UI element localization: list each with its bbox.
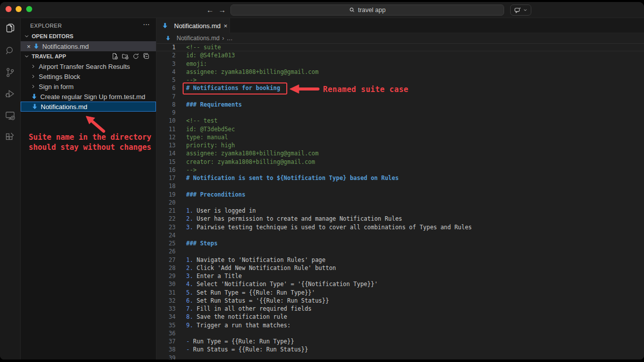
activity-explorer[interactable] [0, 18, 21, 40]
code-line[interactable]: 1<!-- suite [156, 43, 644, 51]
new-file-icon[interactable] [111, 53, 118, 60]
code-line[interactable]: 348. Save the notification rule [156, 313, 644, 321]
code-line[interactable]: 4assignee: zyamka1808+billing@gmail.com [156, 68, 644, 76]
tree-item-settings-block[interactable]: Settings Block [21, 71, 156, 81]
traffic-light-close[interactable] [6, 6, 12, 12]
code-line[interactable]: 14assignee: zyamka1808+billing@gmail.com [156, 149, 644, 157]
code-token: emoji: [186, 60, 207, 68]
line-number: 4 [156, 68, 176, 76]
code-token: 5. [186, 289, 193, 297]
close-icon[interactable]: × [25, 43, 33, 50]
activity-run-debug[interactable] [0, 83, 21, 105]
code-line[interactable]: 293. Enter a Title [156, 272, 644, 280]
code-line[interactable]: 19### Preconditions [156, 191, 644, 199]
line-number: 28 [156, 264, 176, 272]
git-branch-icon [4, 66, 16, 78]
tree-item-label: Settings Block [39, 73, 80, 80]
activity-source-control[interactable] [0, 61, 21, 83]
code-line[interactable]: 315. Set Run Type = {{Rule: Run Type}}' [156, 289, 644, 297]
code-line[interactable]: 11id: @T3debd5ec [156, 125, 644, 133]
sidebar-title: EXPLORER [30, 23, 62, 29]
code-line[interactable]: 37- Run Type = {{Rule: Run Type}} [156, 337, 644, 345]
code-line[interactable]: 8### Requirements [156, 101, 644, 109]
code-line[interactable]: 2id: @S4fe1a013 [156, 51, 644, 59]
code-line[interactable]: 9 [156, 109, 644, 117]
line-number: 32 [156, 297, 176, 305]
chevron-right-icon [30, 63, 36, 69]
code-line[interactable]: 17# Notification is sent to ${Notificati… [156, 174, 644, 182]
activity-extensions[interactable] [0, 126, 21, 148]
line-number: 1 [156, 43, 176, 51]
code-line[interactable]: 25### Steps [156, 239, 644, 247]
tree-item-airport-transfer-search-results[interactable]: Airport Transfer Search Results [21, 61, 156, 71]
folder-section-header[interactable]: TRAVEL APP [21, 51, 156, 61]
code-token: 7. [186, 305, 193, 313]
code-line[interactable]: 359. Trigger a run that matches: [156, 321, 644, 329]
code-line[interactable]: 233. Pairwise testing technique is used … [156, 223, 644, 231]
refresh-icon[interactable] [132, 53, 139, 60]
titlebar: ← → travel app [0, 2, 644, 18]
code-line[interactable]: 18 [156, 182, 644, 190]
code-line[interactable]: 326. Set Run Status = '{{Rule: Run Statu… [156, 297, 644, 305]
code-line[interactable]: 5--> [156, 76, 644, 84]
open-editors-section-header[interactable]: OPEN EDITORS [21, 31, 156, 41]
traffic-light-minimize[interactable] [16, 6, 22, 12]
code-line[interactable]: 304. Select 'Notification Type' = '{{Not… [156, 280, 644, 288]
copilot-chat-icon [514, 7, 522, 14]
code-line[interactable]: 13priority: high [156, 141, 644, 149]
code-line[interactable]: 16--> [156, 166, 644, 174]
code-line[interactable]: 15creator: zyamka1808+billing@gmail.com [156, 158, 644, 166]
line-number: 37 [156, 337, 176, 345]
line-number: 29 [156, 272, 176, 280]
code-line[interactable]: 36 [156, 329, 644, 337]
code-line[interactable]: 7 [156, 93, 644, 101]
explorer-sidebar: EXPLORER ⋯ OPEN EDITORS × Notifications.… [21, 18, 156, 359]
code-token: # Notifications for booking [186, 84, 280, 92]
breadcrumb-ellipsis[interactable]: … [226, 35, 232, 42]
search-icon [4, 45, 16, 57]
code-line[interactable]: 3emoji: [156, 60, 644, 68]
collapse-all-icon[interactable] [143, 53, 150, 60]
code-line[interactable]: 38- Run Status = {{Rule: Run Status}} [156, 345, 644, 353]
code-token: assignee: zyamka1808+billing@gmail.com [186, 68, 318, 76]
code-line[interactable]: 12type: manual [156, 133, 644, 141]
nav-back-button[interactable]: ← [206, 5, 214, 15]
code-line[interactable]: 6# Notifications for booking [156, 84, 644, 92]
code-line[interactable]: 271. Navigate to 'Notification Rules' pa… [156, 256, 644, 264]
tab-notifications-md[interactable]: Notifications.md × [156, 18, 230, 33]
code-line[interactable]: 39 [156, 354, 644, 360]
code-line[interactable]: 20 [156, 199, 644, 207]
code-line[interactable]: 24 [156, 231, 644, 239]
tree-item-sign-in-form[interactable]: Sign in form [21, 81, 156, 92]
code-line[interactable]: 10<!-- test [156, 117, 644, 125]
activity-search[interactable] [0, 40, 21, 61]
command-center-search[interactable]: travel app [230, 5, 504, 16]
new-folder-icon[interactable] [122, 53, 129, 60]
line-number: 17 [156, 174, 176, 182]
breadcrumb[interactable]: Notifications.md › … [156, 33, 644, 43]
code-line[interactable]: 337. Fill in all other required fields [156, 305, 644, 313]
code-token: --> [186, 166, 197, 174]
code-editor[interactable]: 1<!-- suite2id: @S4fe1a0133emoji:4assign… [156, 43, 644, 359]
tree-item-notifications-md[interactable]: Notifications.md [21, 102, 156, 112]
line-number: 11 [156, 125, 176, 133]
activity-remote-explorer[interactable] [0, 105, 21, 126]
traffic-light-maximize[interactable] [26, 6, 32, 12]
copilot-menu-button[interactable] [510, 5, 531, 16]
nav-forward-button[interactable]: → [218, 5, 226, 15]
open-editor-item[interactable]: × Notifications.md [21, 41, 156, 51]
code-line[interactable]: 282. Click 'Add New Notification Rule' b… [156, 264, 644, 272]
search-icon [349, 7, 355, 13]
code-line[interactable]: 222. User has permission to create and m… [156, 215, 644, 223]
code-token: User is logged in [193, 207, 256, 215]
breadcrumb-file[interactable]: Notifications.md [177, 35, 219, 42]
code-token: Click 'Add New Notification Rule' button [193, 264, 336, 272]
line-number: 3 [156, 60, 176, 68]
code-line[interactable]: 211. User is logged in [156, 207, 644, 215]
line-number: 2 [156, 51, 176, 59]
tab-close-icon[interactable]: × [223, 22, 227, 30]
tree-item-create-regular-sign-up-form-test-md[interactable]: Create regular Sign Up form.test.md [21, 92, 156, 102]
explorer-more-actions[interactable]: ⋯ [143, 20, 150, 28]
code-line[interactable]: 26 [156, 247, 644, 255]
chevron-right-icon [30, 83, 36, 89]
